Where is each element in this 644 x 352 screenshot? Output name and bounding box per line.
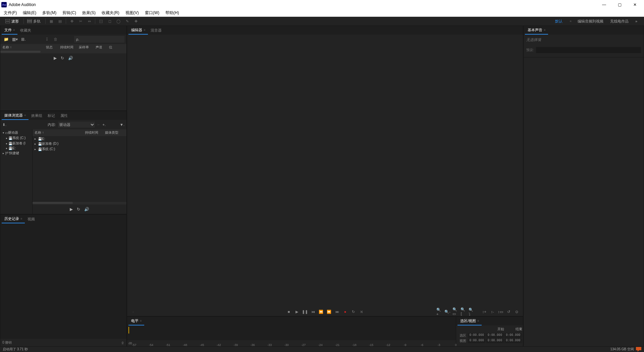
zoom-in-point-icon[interactable]: 🔍⤵: [469, 309, 475, 315]
back-icon[interactable]: ←: [97, 123, 101, 127]
view-end[interactable]: 0:00.000: [486, 339, 503, 343]
play-icon[interactable]: ▶: [70, 207, 73, 212]
rewind-button[interactable]: ⏪: [318, 309, 324, 315]
menu-favorites[interactable]: 收藏夹(R): [99, 9, 122, 16]
multitrack-mode-button[interactable]: 多轨: [25, 18, 43, 25]
lasso-tool-icon[interactable]: ◯: [114, 18, 122, 25]
tree-drive-c[interactable]: ▸💾 系统 (C:): [0, 135, 32, 141]
preset-select[interactable]: [536, 47, 641, 53]
spectral-frequency-icon[interactable]: ▦: [47, 18, 55, 25]
tab-files[interactable]: 文件≡: [2, 26, 17, 35]
ingest-icon[interactable]: ⬇.: [2, 123, 6, 127]
notification-icon[interactable]: [636, 347, 641, 352]
tab-history[interactable]: 历史记录≡: [2, 215, 25, 223]
view-start[interactable]: 0:00.000: [468, 339, 485, 343]
col-duration[interactable]: 持续时间: [83, 130, 103, 135]
menu-view[interactable]: 视图(V): [122, 9, 142, 16]
menu-window[interactable]: 窗口(W): [142, 9, 162, 16]
slip-tool-icon[interactable]: ⇔: [85, 18, 93, 25]
skip-selection-button[interactable]: ⤭: [358, 309, 364, 315]
add-shortcut-icon[interactable]: +.: [103, 123, 106, 127]
auto-play-icon[interactable]: 🔊: [84, 207, 89, 212]
loop-icon[interactable]: ↻: [77, 207, 80, 212]
list-item[interactable]: ▸💾 系统 (C:): [33, 146, 126, 152]
time-selection-tool-icon[interactable]: ⟦⟧: [97, 18, 105, 25]
trash-icon[interactable]: 🗑: [121, 341, 124, 345]
content-select[interactable]: 驱动器: [58, 122, 95, 128]
workspace-audio-to-video[interactable]: 编辑音频到视频: [574, 18, 607, 25]
col-bit[interactable]: 位: [107, 45, 114, 50]
search-input[interactable]: ρ.: [74, 36, 124, 43]
workspace-default[interactable]: 默认: [552, 18, 566, 25]
zoom-full-icon[interactable]: 🔍▭: [452, 309, 459, 315]
tab-levels[interactable]: 电平≡: [128, 317, 144, 325]
close-button[interactable]: ✕: [627, 0, 643, 9]
scrollbar-horizontal[interactable]: [33, 202, 73, 204]
tab-media-browser[interactable]: 媒体浏览器≡: [2, 112, 29, 120]
loop-icon[interactable]: ↻: [61, 56, 64, 60]
col-status[interactable]: 状态: [44, 45, 58, 50]
open-file-icon[interactable]: 📁: [2, 36, 10, 43]
insert-icon[interactable]: ↧: [43, 36, 51, 43]
tree-shortcuts[interactable]: ▸🏴 快捷键: [0, 150, 32, 156]
menu-help[interactable]: 帮助(H): [162, 9, 182, 16]
view-duration[interactable]: 0:00.000: [504, 339, 522, 343]
menu-clip[interactable]: 剪辑(C): [59, 9, 79, 16]
spectral-pitch-icon[interactable]: ▤: [56, 18, 64, 25]
scrollbar-horizontal[interactable]: [0, 51, 41, 53]
tab-editor[interactable]: 编辑器≡: [128, 26, 148, 35]
play-button[interactable]: ▶: [294, 309, 300, 315]
workspace-radio[interactable]: 无线电作品: [607, 18, 632, 25]
menu-edit[interactable]: 编辑(E): [20, 9, 39, 16]
col-media-type[interactable]: 媒体类型: [103, 130, 120, 135]
sel-duration[interactable]: 0:00.000: [504, 333, 522, 338]
new-file-icon[interactable]: ▦▾: [11, 36, 18, 43]
play-icon[interactable]: ▶: [54, 56, 57, 60]
col-name[interactable]: 名称 ↑: [33, 130, 83, 135]
go-to-start-button[interactable]: ⏮: [310, 309, 316, 315]
record-button[interactable]: ●: [342, 309, 348, 315]
go-to-end-button[interactable]: ⏭: [334, 309, 340, 315]
col-name[interactable]: 名称 ↑: [0, 45, 44, 50]
sel-start[interactable]: 0:00.000: [468, 333, 485, 338]
list-item[interactable]: ▸💾 新加卷 (D:): [33, 141, 126, 146]
menu-effects[interactable]: 效果(S): [79, 9, 99, 16]
tab-favorites[interactable]: 收藏夹: [17, 27, 34, 34]
list-item[interactable]: ▸💾 E:: [33, 137, 126, 141]
tab-markers[interactable]: 标记: [45, 112, 58, 120]
zoom-restore-icon[interactable]: ↺: [505, 309, 512, 315]
brush-tool-icon[interactable]: ✎: [123, 18, 131, 25]
zoom-in-icon[interactable]: 🔍+: [436, 309, 442, 315]
zoom-selection-icon[interactable]: 🔍⟦: [461, 309, 467, 315]
loop-button[interactable]: ↻: [350, 309, 356, 315]
maximize-button[interactable]: ▢: [612, 0, 627, 9]
col-channels[interactable]: 声道: [94, 45, 107, 50]
new-multitrack-icon[interactable]: ⊞.: [20, 36, 27, 43]
tab-essential-sound[interactable]: 基本声音≡: [525, 26, 548, 35]
editor-canvas[interactable]: [127, 35, 523, 307]
stop-button[interactable]: ■: [286, 309, 292, 315]
menu-multitrack[interactable]: 多轨(M): [39, 9, 59, 16]
sel-end[interactable]: 0:00.000: [486, 333, 503, 338]
tab-mixer[interactable]: 混音器: [148, 27, 164, 34]
zoom-reset-amp-icon[interactable]: ↕▭: [497, 309, 503, 315]
workspace-overflow-icon[interactable]: »: [632, 18, 641, 24]
waveform-mode-button[interactable]: 波形: [3, 18, 21, 25]
tab-effects-rack[interactable]: 效果组: [29, 112, 45, 120]
col-sample-rate[interactable]: 采样率: [77, 45, 94, 50]
heal-tool-icon[interactable]: ✚: [132, 18, 140, 25]
forward-button[interactable]: ⏩: [326, 309, 332, 315]
zoom-in-amp-icon[interactable]: ↕+: [481, 309, 487, 315]
filter-icon[interactable]: ▼.: [120, 123, 124, 127]
tree-drive-d[interactable]: ▸💾 新加卷 (I: [0, 141, 32, 146]
zoom-out-icon[interactable]: 🔍-: [444, 309, 450, 315]
tab-video[interactable]: 视频: [25, 215, 38, 223]
pause-button[interactable]: ❚❚: [302, 309, 308, 315]
auto-play-icon[interactable]: 🔊: [68, 56, 73, 60]
menu-file[interactable]: 文件(F): [1, 9, 20, 16]
workspace-menu-icon[interactable]: ≡: [566, 18, 574, 24]
move-tool-icon[interactable]: ✥: [68, 18, 76, 25]
tab-properties[interactable]: 属性: [58, 112, 70, 120]
col-duration[interactable]: 持续时间: [58, 45, 77, 50]
tree-drives-root[interactable]: ▾▭ 驱动器: [0, 130, 32, 135]
